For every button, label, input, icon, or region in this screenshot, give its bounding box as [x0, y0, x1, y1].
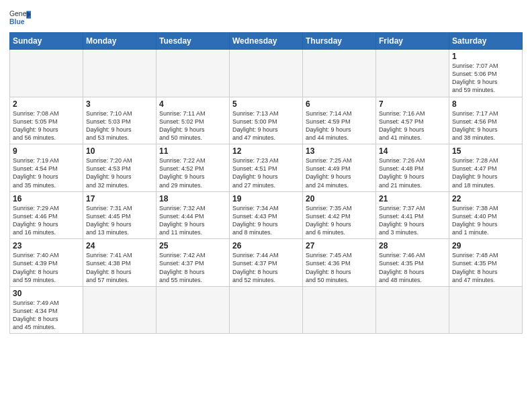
day-number: 28	[379, 241, 446, 250]
day-info: Sunrise: 7:46 AM Sunset: 4:35 PM Dayligh…	[379, 251, 446, 284]
logo: General Blue	[9, 7, 31, 28]
calendar-cell: 16Sunrise: 7:29 AM Sunset: 4:46 PM Dayli…	[10, 191, 83, 239]
day-info: Sunrise: 7:44 AM Sunset: 4:37 PM Dayligh…	[232, 251, 300, 284]
calendar-cell: 11Sunrise: 7:22 AM Sunset: 4:52 PM Dayli…	[157, 144, 230, 192]
day-number: 16	[13, 194, 80, 203]
calendar-cell	[230, 286, 303, 334]
calendar-cell: 13Sunrise: 7:25 AM Sunset: 4:49 PM Dayli…	[303, 144, 376, 192]
day-number: 24	[86, 241, 153, 250]
calendar-cell	[157, 50, 230, 97]
day-number: 1	[452, 52, 519, 61]
calendar-table: SundayMondayTuesdayWednesdayThursdayFrid…	[9, 32, 523, 334]
calendar-cell	[83, 50, 157, 97]
day-number: 8	[452, 99, 519, 109]
page: General Blue SundayMondayTuesdayWednesda…	[0, 0, 532, 340]
calendar-week-row: 30Sunrise: 7:49 AM Sunset: 4:34 PM Dayli…	[10, 286, 523, 334]
calendar-cell	[83, 286, 157, 334]
day-number: 18	[159, 194, 226, 203]
day-number: 9	[13, 146, 80, 156]
weekday-header-monday: Monday	[83, 33, 157, 50]
day-info: Sunrise: 7:08 AM Sunset: 5:05 PM Dayligh…	[13, 109, 80, 142]
calendar-cell: 21Sunrise: 7:37 AM Sunset: 4:41 PM Dayli…	[376, 191, 449, 239]
calendar-cell	[376, 286, 449, 334]
calendar-cell: 1Sunrise: 7:07 AM Sunset: 5:06 PM Daylig…	[449, 50, 523, 97]
day-number: 2	[13, 99, 80, 109]
calendar-cell: 8Sunrise: 7:17 AM Sunset: 4:56 PM Daylig…	[449, 97, 523, 144]
calendar-cell: 2Sunrise: 7:08 AM Sunset: 5:05 PM Daylig…	[10, 97, 83, 144]
day-number: 25	[159, 241, 226, 250]
day-number: 3	[86, 99, 153, 109]
calendar-cell: 19Sunrise: 7:34 AM Sunset: 4:43 PM Dayli…	[230, 191, 303, 239]
calendar-week-row: 2Sunrise: 7:08 AM Sunset: 5:05 PM Daylig…	[10, 97, 523, 144]
day-number: 15	[452, 146, 519, 156]
calendar-cell: 15Sunrise: 7:28 AM Sunset: 4:47 PM Dayli…	[449, 144, 523, 192]
calendar-cell: 22Sunrise: 7:38 AM Sunset: 4:40 PM Dayli…	[449, 191, 523, 239]
calendar-cell: 23Sunrise: 7:40 AM Sunset: 4:39 PM Dayli…	[10, 239, 83, 287]
weekday-header-sunday: Sunday	[10, 33, 83, 50]
day-number: 12	[232, 146, 300, 156]
calendar-cell: 5Sunrise: 7:13 AM Sunset: 5:00 PM Daylig…	[230, 97, 303, 144]
day-info: Sunrise: 7:34 AM Sunset: 4:43 PM Dayligh…	[232, 204, 300, 237]
day-number: 29	[452, 241, 519, 250]
calendar-cell: 30Sunrise: 7:49 AM Sunset: 4:34 PM Dayli…	[10, 286, 83, 334]
day-number: 19	[232, 194, 300, 203]
day-info: Sunrise: 7:16 AM Sunset: 4:57 PM Dayligh…	[379, 109, 446, 142]
calendar-week-row: 23Sunrise: 7:40 AM Sunset: 4:39 PM Dayli…	[10, 239, 523, 287]
calendar-cell: 9Sunrise: 7:19 AM Sunset: 4:54 PM Daylig…	[10, 144, 83, 192]
day-number: 17	[86, 194, 153, 203]
day-number: 20	[306, 194, 373, 203]
weekday-header-friday: Friday	[376, 33, 449, 50]
svg-text:Blue: Blue	[9, 18, 25, 26]
day-info: Sunrise: 7:29 AM Sunset: 4:46 PM Dayligh…	[13, 204, 80, 237]
calendar-cell: 10Sunrise: 7:20 AM Sunset: 4:53 PM Dayli…	[83, 144, 157, 192]
day-info: Sunrise: 7:22 AM Sunset: 4:52 PM Dayligh…	[159, 156, 226, 189]
day-number: 21	[379, 194, 446, 203]
generalblue-icon: General Blue	[9, 7, 31, 28]
day-info: Sunrise: 7:49 AM Sunset: 4:34 PM Dayligh…	[13, 299, 80, 332]
calendar-cell	[230, 50, 303, 97]
day-info: Sunrise: 7:42 AM Sunset: 4:37 PM Dayligh…	[159, 251, 226, 284]
weekday-header-thursday: Thursday	[303, 33, 376, 50]
day-info: Sunrise: 7:31 AM Sunset: 4:45 PM Dayligh…	[86, 204, 153, 237]
weekday-header-saturday: Saturday	[449, 33, 523, 50]
day-info: Sunrise: 7:11 AM Sunset: 5:02 PM Dayligh…	[159, 109, 226, 142]
day-number: 6	[306, 99, 373, 109]
day-info: Sunrise: 7:07 AM Sunset: 5:06 PM Dayligh…	[452, 62, 519, 95]
header: General Blue	[9, 7, 523, 28]
day-info: Sunrise: 7:25 AM Sunset: 4:49 PM Dayligh…	[306, 156, 373, 189]
day-info: Sunrise: 7:14 AM Sunset: 4:59 PM Dayligh…	[306, 109, 373, 142]
day-info: Sunrise: 7:41 AM Sunset: 4:38 PM Dayligh…	[86, 251, 153, 284]
day-info: Sunrise: 7:32 AM Sunset: 4:44 PM Dayligh…	[159, 204, 226, 237]
day-number: 11	[159, 146, 226, 156]
calendar-cell	[10, 50, 83, 97]
calendar-cell	[449, 286, 523, 334]
day-info: Sunrise: 7:38 AM Sunset: 4:40 PM Dayligh…	[452, 204, 519, 237]
day-info: Sunrise: 7:37 AM Sunset: 4:41 PM Dayligh…	[379, 204, 446, 237]
calendar-cell: 28Sunrise: 7:46 AM Sunset: 4:35 PM Dayli…	[376, 239, 449, 287]
day-info: Sunrise: 7:10 AM Sunset: 5:03 PM Dayligh…	[86, 109, 153, 142]
calendar-cell: 4Sunrise: 7:11 AM Sunset: 5:02 PM Daylig…	[157, 97, 230, 144]
calendar-cell	[157, 286, 230, 334]
day-number: 30	[13, 289, 80, 298]
day-number: 5	[232, 99, 300, 109]
calendar-week-row: 9Sunrise: 7:19 AM Sunset: 4:54 PM Daylig…	[10, 144, 523, 192]
weekday-header-wednesday: Wednesday	[230, 33, 303, 50]
day-info: Sunrise: 7:19 AM Sunset: 4:54 PM Dayligh…	[13, 156, 80, 189]
calendar-cell: 6Sunrise: 7:14 AM Sunset: 4:59 PM Daylig…	[303, 97, 376, 144]
calendar-week-row: 1Sunrise: 7:07 AM Sunset: 5:06 PM Daylig…	[10, 50, 523, 97]
day-number: 4	[159, 99, 226, 109]
weekday-header-tuesday: Tuesday	[157, 33, 230, 50]
day-info: Sunrise: 7:26 AM Sunset: 4:48 PM Dayligh…	[379, 156, 446, 189]
day-info: Sunrise: 7:17 AM Sunset: 4:56 PM Dayligh…	[452, 109, 519, 142]
calendar-cell: 26Sunrise: 7:44 AM Sunset: 4:37 PM Dayli…	[230, 239, 303, 287]
day-number: 13	[306, 146, 373, 156]
day-info: Sunrise: 7:48 AM Sunset: 4:35 PM Dayligh…	[452, 251, 519, 284]
calendar-cell: 17Sunrise: 7:31 AM Sunset: 4:45 PM Dayli…	[83, 191, 157, 239]
calendar-cell: 29Sunrise: 7:48 AM Sunset: 4:35 PM Dayli…	[449, 239, 523, 287]
calendar-cell: 18Sunrise: 7:32 AM Sunset: 4:44 PM Dayli…	[157, 191, 230, 239]
day-info: Sunrise: 7:28 AM Sunset: 4:47 PM Dayligh…	[452, 156, 519, 189]
calendar-cell: 24Sunrise: 7:41 AM Sunset: 4:38 PM Dayli…	[83, 239, 157, 287]
day-number: 22	[452, 194, 519, 203]
calendar-week-row: 16Sunrise: 7:29 AM Sunset: 4:46 PM Dayli…	[10, 191, 523, 239]
calendar-cell	[303, 50, 376, 97]
